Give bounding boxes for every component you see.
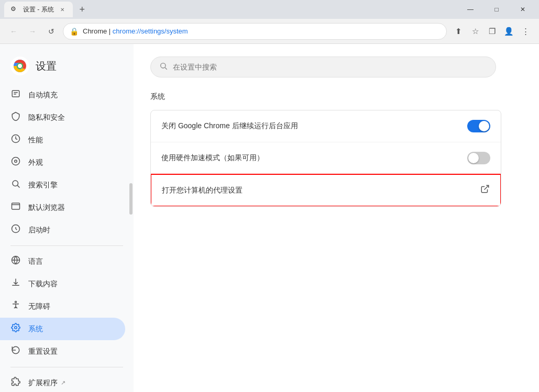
sidebar-item-reset[interactable]: 重置设置	[0, 340, 125, 363]
sidebar-item-label-autofill: 自动填充	[28, 91, 58, 100]
profile-button[interactable]: 👤	[501, 24, 516, 39]
svg-line-15	[16, 229, 17, 230]
sidebar-item-privacy[interactable]: 隐私和安全	[0, 106, 125, 129]
lock-icon: 🔒	[70, 27, 79, 36]
sidebar-scrollbar[interactable]	[129, 44, 133, 392]
refresh-button[interactable]: ↺	[44, 24, 59, 39]
search-engine-icon	[10, 179, 21, 191]
addressbar: ← → ↺ 🔒 Chrome | chrome://settings/syste…	[0, 19, 539, 44]
sidebar-item-system[interactable]: 系统	[0, 318, 125, 340]
toolbar-icons: ⬆ ☆ ❐ 👤 ⋮	[451, 24, 533, 39]
external-link-icon-ext: ↗	[61, 379, 65, 386]
toggle-hardware[interactable]	[467, 152, 490, 164]
sidebar-divider-2	[10, 367, 123, 367]
system-icon	[10, 323, 21, 335]
back-button[interactable]: ←	[6, 24, 21, 39]
address-text: Chrome | chrome://settings/system	[83, 27, 440, 35]
main-layout: 设置 自动填充 隐私和安全 性能	[0, 44, 539, 392]
titlebar-left: ⚙ 设置 - 系统 ✕ +	[4, 2, 90, 17]
sidebar-item-label-language: 语言	[28, 257, 43, 266]
settings-card: 关闭 Google Chrome 后继续运行后台应用 使用硬件加速模式（如果可用…	[150, 110, 501, 207]
sidebar-divider-1	[10, 245, 123, 246]
svg-point-2	[18, 64, 22, 68]
address-box[interactable]: 🔒 Chrome | chrome://settings/system	[63, 23, 447, 40]
svg-point-22	[161, 63, 166, 68]
share-button[interactable]: ⬆	[451, 24, 466, 39]
sidebar-item-extensions[interactable]: 扩展程序 ↗	[0, 372, 125, 392]
language-icon	[10, 255, 21, 267]
extensions-icon	[10, 377, 21, 389]
browser-icon	[10, 201, 21, 214]
privacy-icon	[10, 111, 21, 124]
svg-point-7	[12, 158, 20, 165]
sidebar-scrollbar-thumb	[129, 183, 133, 215]
search-icon	[159, 62, 168, 72]
svg-rect-11	[12, 203, 20, 209]
chrome-logo	[10, 57, 29, 75]
maximize-button[interactable]: □	[485, 0, 509, 19]
autofill-icon	[10, 89, 21, 101]
toggle-thumb-hardware	[468, 153, 479, 163]
section-title: 系统	[150, 92, 522, 102]
active-tab[interactable]: ⚙ 设置 - 系统 ✕	[4, 2, 73, 17]
sidebar-item-language[interactable]: 语言	[0, 250, 125, 273]
svg-point-19	[15, 301, 17, 303]
menu-button[interactable]: ⋮	[518, 24, 533, 39]
sidebar-item-autofill[interactable]: 自动填充	[0, 84, 125, 106]
search-bar[interactable]	[150, 57, 496, 77]
svg-line-10	[17, 185, 19, 187]
sidebar-item-label-startup: 启动时	[28, 226, 50, 235]
sidebar-nav: 自动填充 隐私和安全 性能 外观	[0, 84, 134, 392]
downloads-icon	[10, 278, 21, 290]
toggle-thumb-background-apps	[479, 121, 489, 131]
sidebar-item-label-privacy: 隐私和安全	[28, 113, 65, 122]
sidebar-item-accessibility[interactable]: 无障碍	[0, 295, 125, 318]
svg-point-8	[15, 160, 17, 163]
setting-row-proxy[interactable]: 打开您计算机的代理设置	[150, 174, 501, 207]
new-tab-button[interactable]: +	[75, 2, 90, 17]
sidebar-title: 设置	[36, 59, 57, 73]
sidebar-item-label-appearance: 外观	[28, 158, 43, 167]
sidebar-item-label-reset: 重置设置	[28, 347, 58, 356]
appearance-icon	[10, 156, 21, 169]
sidebar-item-label-search: 搜索引擎	[28, 181, 58, 190]
window-controls: — □ ✕	[458, 0, 535, 19]
startup-icon	[10, 224, 21, 236]
setting-label-background-apps: 关闭 Google Chrome 后继续运行后台应用	[161, 121, 298, 131]
svg-line-23	[165, 68, 167, 70]
setting-row-hardware: 使用硬件加速模式（如果可用）	[151, 142, 501, 174]
sidebar-item-label-system: 系统	[28, 324, 43, 334]
performance-icon	[10, 134, 21, 146]
proxy-external-link-icon[interactable]	[480, 184, 490, 196]
sidebar-item-search[interactable]: 搜索引擎	[0, 174, 125, 196]
sidebar-header: 设置	[0, 52, 134, 84]
svg-point-9	[13, 181, 18, 186]
bookmark-button[interactable]: ☆	[468, 24, 482, 39]
content-area: 系统 关闭 Google Chrome 后继续运行后台应用 使用硬件加速模式（如…	[134, 44, 539, 392]
sidebar: 设置 自动填充 隐私和安全 性能	[0, 44, 134, 392]
sidebar-item-appearance[interactable]: 外观	[0, 151, 125, 174]
minimize-button[interactable]: —	[458, 0, 482, 19]
titlebar: ⚙ 设置 - 系统 ✕ + — □ ✕	[0, 0, 539, 19]
setting-label-proxy: 打开您计算机的代理设置	[162, 186, 243, 195]
tab-title: 设置 - 系统	[23, 5, 54, 14]
sidebar-item-downloads[interactable]: 下载内容	[0, 273, 125, 295]
close-button[interactable]: ✕	[511, 0, 535, 19]
sidebar-item-startup[interactable]: 启动时	[0, 219, 125, 241]
sidebar-item-label-performance: 性能	[28, 136, 43, 145]
tab-favicon: ⚙	[10, 5, 19, 14]
sidebar-item-label-downloads: 下载内容	[28, 279, 58, 289]
sidebar-item-performance[interactable]: 性能	[0, 129, 125, 151]
search-input[interactable]	[173, 63, 487, 71]
sidebar-item-label-accessibility: 无障碍	[28, 302, 50, 311]
sidebar-item-browser[interactable]: 默认浏览器	[0, 196, 125, 219]
tab-close-button[interactable]: ✕	[58, 5, 67, 14]
setting-label-hardware: 使用硬件加速模式（如果可用）	[161, 153, 264, 163]
toggle-background-apps[interactable]	[467, 120, 490, 132]
setting-row-background-apps: 关闭 Google Chrome 后继续运行后台应用	[151, 110, 501, 142]
forward-button[interactable]: →	[25, 24, 40, 39]
tab-search-button[interactable]: ❐	[485, 24, 499, 39]
reset-icon	[10, 345, 21, 357]
svg-line-24	[485, 185, 489, 189]
sidebar-item-label-extensions: 扩展程序	[28, 378, 58, 388]
